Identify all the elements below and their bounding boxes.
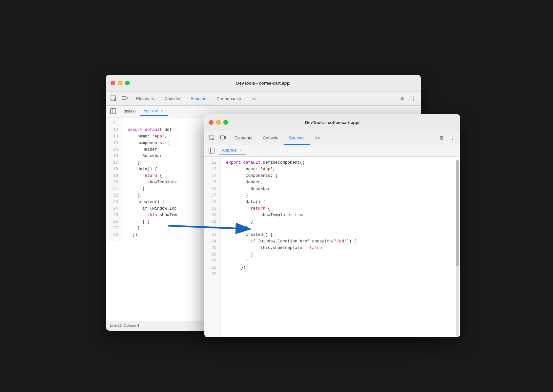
status-position-back: Line 26, Column 4 — [110, 323, 139, 327]
close-button-front[interactable] — [209, 120, 214, 125]
file-tabs-front: App.vue × — [204, 145, 460, 157]
traffic-lights-front — [209, 120, 228, 125]
toolbar-back: Elements Console Sources Performance >> … — [106, 92, 421, 106]
tab-sources-back[interactable]: Sources — [185, 92, 212, 105]
svg-rect-1 — [122, 96, 126, 100]
maximize-button-front[interactable] — [223, 120, 228, 125]
file-tab-index-back[interactable]: (index) — [120, 107, 139, 116]
inspect-icon-front[interactable] — [207, 133, 217, 143]
toolbar-right-back: ⚙ ⋮ — [397, 93, 418, 103]
window-title-back: DevTools - coffee-cart.app/ — [236, 81, 291, 86]
svg-rect-6 — [220, 136, 224, 139]
traffic-lights-back — [111, 81, 130, 85]
tab-bar-back: Elements Console Sources Performance >> — [131, 92, 396, 105]
tab-console-front[interactable]: Console — [257, 131, 284, 145]
title-bar-front: DevTools - coffee-cart.app/ — [204, 114, 460, 131]
file-tab-appvue-back[interactable]: App.vue × — [140, 107, 168, 116]
maximize-button-back[interactable] — [125, 81, 130, 85]
code-content-front: 12 13 14 15 16 17 18 19 20 21 22 23 24 2… — [204, 157, 460, 337]
tab-more-back[interactable]: >> — [246, 92, 262, 105]
code-lines-front: export default defineComponent({ name: '… — [221, 157, 460, 337]
code-area-front: 12 13 14 15 16 17 18 19 20 21 22 23 24 2… — [204, 157, 460, 337]
close-button-back[interactable] — [111, 81, 115, 85]
tab-elements-back[interactable]: Elements — [131, 92, 159, 105]
more-icon-back[interactable]: ⋮ — [408, 93, 418, 103]
title-bar-back: DevTools - coffee-cart.app/ — [106, 75, 421, 92]
settings-icon-back[interactable]: ⚙ — [397, 93, 407, 103]
tab-sources-front[interactable]: Sources — [284, 131, 310, 145]
sidebar-toggle-back[interactable] — [109, 107, 118, 116]
svg-rect-8 — [209, 148, 214, 153]
minimize-button-front[interactable] — [216, 120, 221, 125]
svg-rect-2 — [126, 97, 127, 99]
line-numbers-front: 12 13 14 15 16 17 18 19 20 21 22 23 24 2… — [204, 157, 221, 337]
svg-rect-3 — [111, 109, 116, 114]
device-icon[interactable] — [120, 93, 130, 103]
svg-rect-7 — [224, 136, 226, 138]
scrollbar-thumb-front[interactable] — [456, 160, 459, 266]
tab-elements-front[interactable]: Elements — [229, 131, 257, 145]
window-title-front: DevTools - coffee-cart.app/ — [305, 120, 359, 125]
tab-bar-front: Elements Console Sources >> — [229, 131, 435, 145]
tab-performance-back[interactable]: Performance — [212, 92, 246, 105]
minimize-button-back[interactable] — [118, 81, 122, 85]
device-icon-front[interactable] — [218, 133, 228, 143]
toolbar-front: Elements Console Sources >> ⚙ ⋮ — [204, 131, 460, 145]
line-numbers-back: 11 12 13 14 15 16 17 18 19 20 21 22 23 2… — [106, 117, 122, 241]
file-tab-close-front[interactable]: × — [238, 148, 243, 153]
sidebar-toggle-front[interactable] — [207, 146, 216, 155]
file-tab-appvue-front[interactable]: App.vue × — [219, 146, 246, 155]
tab-console-back[interactable]: Console — [159, 92, 185, 105]
inspect-icon[interactable] — [109, 93, 118, 103]
scrollbar-front[interactable] — [456, 160, 459, 337]
devtools-window-front: DevTools - coffee-cart.app/ Elements — [204, 114, 460, 337]
file-tab-close-back[interactable]: × — [160, 109, 165, 113]
settings-icon-front[interactable]: ⚙ — [437, 133, 446, 143]
more-icon-front[interactable]: ⋮ — [448, 133, 458, 143]
tab-more-front[interactable]: >> — [310, 131, 325, 145]
toolbar-right-front: ⚙ ⋮ — [437, 133, 458, 143]
